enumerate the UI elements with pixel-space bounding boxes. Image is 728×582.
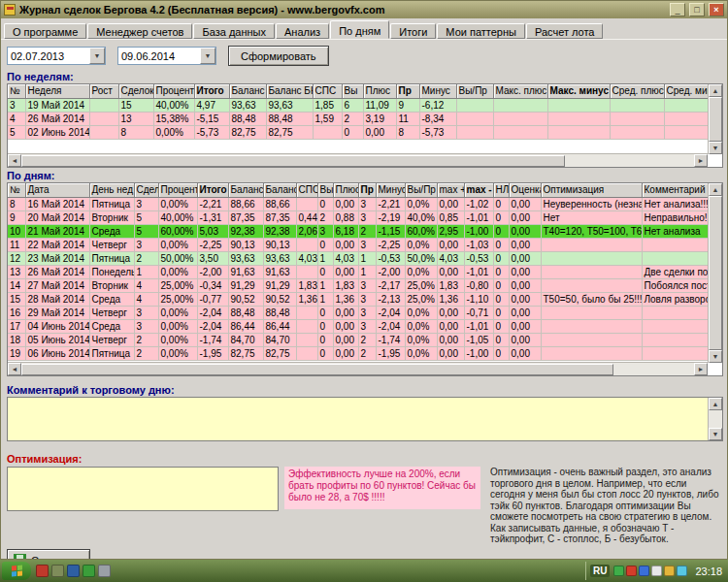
tray-icon-2[interactable] — [626, 566, 637, 576]
generate-button[interactable]: Сформировать — [228, 46, 329, 66]
table-row[interactable]: 1326 Май 2014Понедельник10,00%-2,0091,63… — [8, 265, 708, 278]
tab-accounts[interactable]: Менеджер счетов — [87, 23, 192, 39]
tab-patterns[interactable]: Мои паттерны — [437, 23, 525, 39]
cell: 91,29 — [228, 278, 263, 292]
tab-about[interactable]: О программе — [4, 23, 86, 39]
tray-icon-5[interactable] — [664, 566, 675, 576]
scroll-up-icon[interactable]: ▲ — [709, 84, 722, 97]
tab-database[interactable]: База данных — [193, 23, 275, 39]
close-button[interactable]: × — [709, 3, 724, 16]
comment-scrollbar[interactable]: ▲ ▼ — [708, 398, 722, 440]
cell: -1,95 — [197, 346, 228, 360]
cell: -1,03 — [464, 238, 493, 251]
tray-icon-3[interactable] — [639, 566, 649, 576]
table-row[interactable]: 1223 Май 2014Пятница250,00%3,5093,6393,6… — [8, 251, 708, 265]
cell: 86,44 — [228, 319, 263, 333]
table-row[interactable]: 920 Май 2014Вторник540,00%-1,3187,3587,3… — [8, 210, 708, 224]
cell: 18 — [8, 333, 25, 346]
date-from-combo[interactable]: 02.07.2013 ▼ — [7, 47, 106, 65]
maximize-button[interactable]: □ — [689, 3, 705, 16]
quick-launch-icon-5[interactable] — [98, 565, 111, 577]
day-comment-field[interactable] — [10, 399, 707, 439]
tray-icon-4[interactable] — [651, 566, 662, 576]
taskbar-clock[interactable]: 23:18 — [691, 566, 722, 577]
table-row[interactable]: 1528 Май 2014Среда425,00%-0,7790,5290,52… — [8, 292, 708, 306]
table-row[interactable]: 816 Май 2014Пятница30,00%-2,2188,6688,66… — [8, 197, 708, 210]
cell: 60,0% — [405, 224, 437, 238]
table-row[interactable]: 1805 Июнь 2014Четверг20,00%-1,7484,7084,… — [8, 333, 708, 346]
scrollbar-thumb[interactable] — [21, 364, 613, 375]
cell — [642, 238, 708, 251]
scroll-up-icon[interactable]: ▲ — [709, 398, 722, 410]
cell: 88,48 — [228, 306, 263, 319]
cell: 86,44 — [263, 319, 296, 333]
cell: 25,00% — [158, 278, 197, 292]
cell: 25,0% — [405, 278, 437, 292]
tray-icon-6[interactable] — [677, 566, 687, 576]
quick-launch-icon-3[interactable] — [67, 565, 80, 577]
cell: -1,31 — [197, 210, 228, 224]
table-row[interactable]: 1427 Май 2014Вторник425,00%-0,3491,2991,… — [8, 278, 708, 292]
chevron-down-icon[interactable]: ▼ — [200, 48, 215, 64]
cell: Среда — [89, 292, 134, 306]
cell: -0,71 — [464, 306, 493, 319]
weeks-horizontal-scrollbar[interactable]: ◄ ► — [8, 153, 708, 167]
cell — [664, 112, 708, 125]
scroll-down-icon[interactable]: ▼ — [709, 428, 722, 440]
cell: 82,75 — [263, 346, 296, 360]
cell: 0,0% — [405, 306, 437, 319]
cell: -2,25 — [197, 238, 228, 251]
cell: 0,00 — [437, 306, 464, 319]
quick-launch-icon-4[interactable] — [83, 565, 95, 577]
column-header: Оптимизация — [541, 183, 642, 197]
table-row[interactable]: 426 Май 20141315,38%-5,1588,4888,481,592… — [8, 112, 708, 125]
table-row[interactable]: 1122 Май 2014Четверг30,00%-2,2590,1390,1… — [8, 238, 708, 251]
cell: 91,29 — [263, 278, 296, 292]
chevron-down-icon[interactable]: ▼ — [89, 48, 105, 64]
optimization-field[interactable] — [7, 467, 279, 511]
quick-launch-icon-1[interactable] — [36, 565, 49, 577]
tab-lot-calc[interactable]: Расчет лота — [526, 23, 604, 39]
cell: 0 — [317, 197, 333, 210]
cell: 0,0% — [405, 197, 437, 210]
scroll-down-icon[interactable]: ▼ — [709, 142, 722, 154]
tab-totals[interactable]: Итоги — [390, 23, 436, 39]
scroll-left-icon[interactable]: ◄ — [8, 363, 21, 375]
weeks-vertical-scrollbar[interactable]: ▲ ▼ — [708, 84, 722, 154]
scroll-right-icon[interactable]: ► — [694, 363, 708, 375]
scrollbar-thumb[interactable] — [709, 97, 722, 142]
scroll-down-icon[interactable]: ▼ — [709, 350, 722, 363]
scrollbar-thumb[interactable] — [21, 155, 565, 167]
minimize-button[interactable]: _ — [670, 3, 685, 16]
weeks-table: №НеделяРостСделокПроцентИтогоБалансБалан… — [7, 83, 723, 168]
days-vertical-scrollbar[interactable]: ▲ ▼ — [708, 183, 722, 363]
language-indicator[interactable]: RU — [590, 565, 610, 577]
cell: 0 — [317, 346, 333, 360]
table-row[interactable]: 1906 Июнь 2014Пятница20,00%-1,9582,7582,… — [8, 346, 708, 360]
tab-analysis[interactable]: Анализ — [276, 23, 329, 39]
table-row[interactable]: 1021 Май 2014Среда560,00%5,0392,3892,382… — [8, 224, 708, 238]
cell: 3 — [134, 197, 158, 210]
quick-launch-icon-2[interactable] — [51, 565, 64, 577]
tab-by-days[interactable]: По дням — [330, 20, 389, 39]
days-horizontal-scrollbar[interactable]: ◄ ► — [8, 362, 708, 375]
column-header: Пр — [396, 84, 419, 98]
cell: 3 — [358, 319, 376, 333]
table-row[interactable]: 502 Июнь 201480,00%-5,7382,7582,7500,008… — [8, 125, 708, 139]
scroll-right-icon[interactable]: ► — [694, 154, 708, 167]
scroll-up-icon[interactable]: ▲ — [709, 183, 722, 196]
table-row[interactable]: 1629 Май 2014Четверг30,00%-2,0488,4888,4… — [8, 306, 708, 319]
cell: Четверг — [89, 306, 134, 319]
cell: 0,00% — [153, 125, 194, 139]
table-row[interactable]: 1704 Июнь 2014Среда30,00%-2,0486,4486,44… — [8, 319, 708, 333]
save-button[interactable]: Сохранить — [7, 549, 90, 560]
day-comment-frame: ▲ ▼ — [7, 397, 723, 441]
table-row[interactable]: 319 Май 20141540,00%4,9793,6393,631,8561… — [8, 98, 708, 112]
scrollbar-thumb[interactable] — [709, 196, 722, 350]
tray-icon-1[interactable] — [613, 566, 624, 576]
start-button[interactable] — [2, 562, 31, 580]
date-to-combo[interactable]: 09.06.2014 ▼ — [117, 47, 216, 65]
column-header: № — [8, 84, 25, 98]
scroll-left-icon[interactable]: ◄ — [8, 154, 21, 167]
cell: 0 — [493, 292, 509, 306]
